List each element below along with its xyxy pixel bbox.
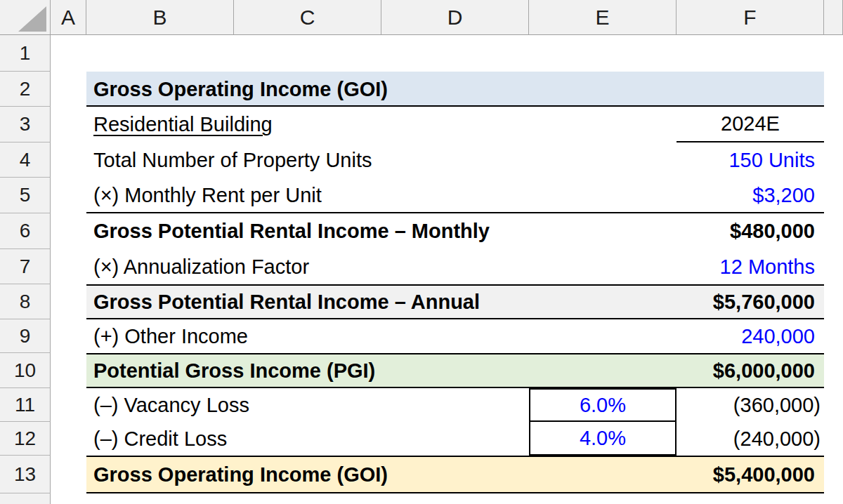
cell-F5[interactable]: $3,200 bbox=[677, 178, 824, 213]
cell-B13[interactable]: Gross Operating Income (GOI) bbox=[86, 456, 677, 493]
column-header-A[interactable]: A bbox=[51, 0, 86, 35]
column-header-partial[interactable] bbox=[824, 0, 843, 35]
cell-B7[interactable]: (×) Annualization Factor bbox=[86, 249, 677, 284]
column-header-C[interactable]: C bbox=[234, 0, 381, 35]
column-header-B[interactable]: B bbox=[86, 0, 234, 35]
row-header-14[interactable]: 14 bbox=[0, 493, 51, 504]
cell-F9[interactable]: 240,000 bbox=[677, 319, 824, 353]
cell-B10[interactable]: Potential Gross Income (PGI) bbox=[86, 353, 677, 388]
cell-F10[interactable]: $6,000,000 bbox=[677, 353, 824, 388]
cell-E12[interactable]: 4.0% bbox=[529, 422, 677, 456]
cell-B4[interactable]: Total Number of Property Units bbox=[86, 142, 677, 178]
cell-F13[interactable]: $5,400,000 bbox=[677, 456, 824, 493]
cell-F6[interactable]: $480,000 bbox=[677, 213, 824, 249]
cell-B11[interactable]: (–) Vacancy Loss bbox=[86, 388, 529, 422]
row-header-8[interactable]: 8 bbox=[0, 284, 51, 319]
row-header-10[interactable]: 10 bbox=[0, 353, 51, 388]
cell-B12[interactable]: (–) Credit Loss bbox=[86, 422, 529, 456]
cell-B6[interactable]: Gross Potential Rental Income – Monthly bbox=[86, 213, 677, 249]
cell-F7[interactable]: 12 Months bbox=[677, 249, 824, 284]
select-all-button[interactable] bbox=[0, 0, 51, 35]
cell-B5[interactable]: (×) Monthly Rent per Unit bbox=[86, 178, 677, 213]
column-header-E[interactable]: E bbox=[529, 0, 677, 35]
cell-F8[interactable]: $5,760,000 bbox=[677, 284, 824, 319]
row-header-7[interactable]: 7 bbox=[0, 249, 51, 284]
row-header-1[interactable]: 1 bbox=[0, 35, 51, 72]
cell-B2[interactable]: Gross Operating Income (GOI) bbox=[86, 72, 677, 107]
row-header-5[interactable]: 5 bbox=[0, 178, 51, 213]
column-header-F[interactable]: F bbox=[677, 0, 824, 35]
column-header-D[interactable]: D bbox=[381, 0, 529, 35]
cell-F11[interactable]: (360,000) bbox=[677, 388, 824, 422]
row-header-3[interactable]: 3 bbox=[0, 107, 51, 142]
row-header-9[interactable]: 9 bbox=[0, 319, 51, 353]
cell-E11[interactable]: 6.0% bbox=[529, 388, 677, 422]
cell-B3[interactable]: Residential Building bbox=[86, 107, 677, 142]
cell-F4[interactable]: 150 Units bbox=[677, 142, 824, 178]
cell-F3[interactable]: 2024E bbox=[677, 107, 824, 142]
spreadsheet-canvas[interactable]: ABCDEF 1234567891011121314 Gross Operati… bbox=[0, 0, 843, 504]
row-header-11[interactable]: 11 bbox=[0, 388, 51, 422]
row-header-12[interactable]: 12 bbox=[0, 422, 51, 456]
cell-F12[interactable]: (240,000) bbox=[677, 422, 824, 456]
row-header-6[interactable]: 6 bbox=[0, 213, 51, 249]
select-all-triangle-icon bbox=[18, 6, 46, 32]
row-header-2[interactable]: 2 bbox=[0, 72, 51, 107]
row-header-4[interactable]: 4 bbox=[0, 142, 51, 178]
row-header-13[interactable]: 13 bbox=[0, 456, 51, 493]
cell-B9[interactable]: (+) Other Income bbox=[86, 319, 677, 353]
cell-B8[interactable]: Gross Potential Rental Income – Annual bbox=[86, 284, 677, 319]
